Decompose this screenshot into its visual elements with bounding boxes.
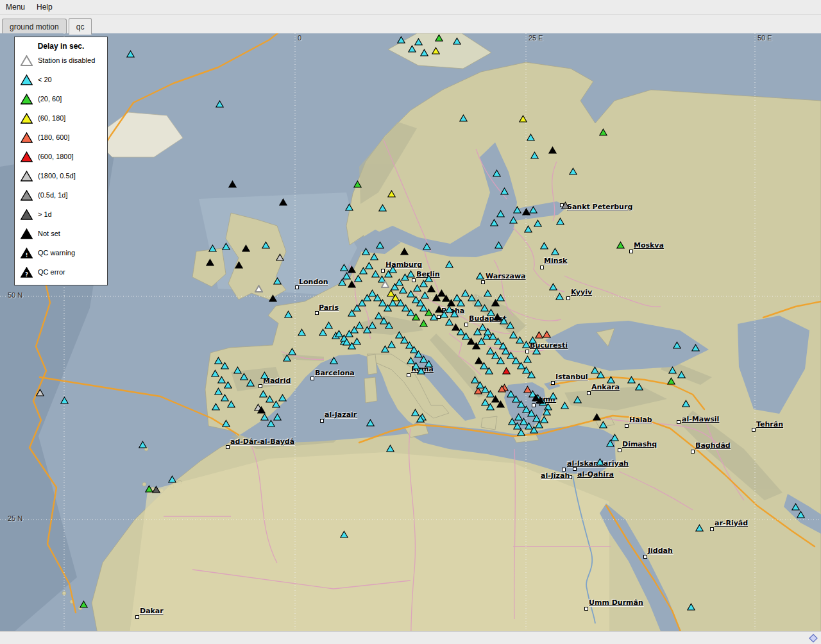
station-marker[interactable] <box>417 366 425 373</box>
station-marker[interactable] <box>273 412 282 419</box>
station-marker[interactable] <box>496 355 505 363</box>
station-marker[interactable] <box>353 336 361 344</box>
station-marker[interactable] <box>389 264 397 272</box>
station-marker[interactable] <box>262 240 270 248</box>
station-marker[interactable] <box>453 36 461 44</box>
station-marker[interactable] <box>527 369 536 377</box>
station-marker[interactable] <box>400 246 409 254</box>
station-marker[interactable] <box>543 329 551 337</box>
station-marker[interactable] <box>139 439 147 447</box>
station-marker[interactable] <box>206 257 214 265</box>
station-marker[interactable] <box>376 240 384 248</box>
station-marker[interactable] <box>370 251 378 259</box>
station-marker[interactable] <box>556 216 564 224</box>
station-marker[interactable] <box>330 355 338 363</box>
station-marker[interactable] <box>486 402 495 409</box>
station-marker[interactable] <box>208 243 217 251</box>
station-marker[interactable] <box>298 327 306 335</box>
station-marker[interactable] <box>500 186 509 194</box>
station-marker[interactable] <box>523 354 532 362</box>
station-marker[interactable] <box>407 269 415 276</box>
station-marker[interactable] <box>420 47 428 55</box>
station-marker[interactable] <box>419 318 428 326</box>
station-marker[interactable] <box>506 320 514 328</box>
station-marker[interactable] <box>561 200 570 208</box>
station-marker[interactable] <box>353 179 362 187</box>
station-marker[interactable] <box>246 378 255 386</box>
station-marker[interactable] <box>338 277 346 285</box>
station-marker[interactable] <box>616 240 625 248</box>
station-marker[interactable] <box>335 328 343 336</box>
station-marker[interactable] <box>509 215 518 223</box>
station-marker[interactable] <box>534 218 542 226</box>
station-marker[interactable] <box>340 529 348 537</box>
station-marker[interactable] <box>502 366 511 373</box>
station-marker[interactable] <box>687 602 695 609</box>
station-marker[interactable] <box>408 44 416 51</box>
station-marker[interactable] <box>508 416 516 424</box>
map-view[interactable]: LondonParisMadridBarcelonaHamburgBerlinP… <box>0 33 821 631</box>
station-marker[interactable] <box>593 412 601 419</box>
tab-qc[interactable]: qc <box>69 18 92 35</box>
station-marker[interactable] <box>493 168 501 176</box>
station-marker[interactable] <box>284 309 292 317</box>
station-marker[interactable] <box>235 260 243 267</box>
station-marker[interactable] <box>524 224 532 232</box>
station-marker[interactable] <box>611 432 619 440</box>
station-marker[interactable] <box>269 293 277 301</box>
station-marker[interactable] <box>459 113 468 121</box>
menu-item-help[interactable]: Help <box>31 1 58 13</box>
station-marker[interactable] <box>60 395 69 403</box>
station-marker[interactable] <box>227 399 235 407</box>
station-marker[interactable] <box>387 189 396 196</box>
station-marker[interactable] <box>257 405 266 412</box>
station-marker[interactable] <box>476 271 484 278</box>
station-marker[interactable] <box>432 46 440 53</box>
station-marker[interactable] <box>445 259 453 267</box>
station-marker[interactable] <box>573 394 582 402</box>
station-marker[interactable] <box>519 114 527 121</box>
station-marker[interactable] <box>381 279 389 287</box>
station-marker[interactable] <box>36 387 44 395</box>
station-marker[interactable] <box>222 241 230 249</box>
station-marker[interactable] <box>260 370 269 378</box>
station-marker[interactable] <box>635 382 643 389</box>
station-marker[interactable] <box>366 418 375 425</box>
station-marker[interactable] <box>276 252 284 260</box>
station-marker[interactable] <box>549 282 557 289</box>
station-marker[interactable] <box>791 502 800 509</box>
station-marker[interactable] <box>677 369 686 377</box>
station-marker[interactable] <box>425 359 433 366</box>
station-marker[interactable] <box>378 203 387 210</box>
station-marker[interactable] <box>416 414 425 421</box>
menu-item-menu[interactable]: Menu <box>0 1 31 13</box>
station-marker[interactable] <box>325 320 333 328</box>
station-marker[interactable] <box>599 419 607 427</box>
station-marker[interactable] <box>387 288 395 296</box>
station-marker[interactable] <box>599 127 607 135</box>
station-marker[interactable] <box>561 400 569 408</box>
station-marker[interactable] <box>348 308 356 316</box>
station-marker[interactable] <box>386 443 394 451</box>
station-marker[interactable] <box>673 340 681 348</box>
station-marker[interactable] <box>490 217 498 225</box>
station-marker[interactable] <box>691 343 700 350</box>
station-marker[interactable] <box>228 179 237 187</box>
station-marker[interactable] <box>224 380 232 387</box>
station-marker[interactable] <box>529 205 537 212</box>
station-marker[interactable] <box>255 284 263 291</box>
station-marker[interactable] <box>484 288 492 296</box>
station-marker[interactable] <box>797 509 805 517</box>
station-marker[interactable] <box>222 418 230 426</box>
station-marker[interactable] <box>397 35 405 42</box>
station-marker[interactable] <box>345 202 353 210</box>
station-marker[interactable] <box>381 344 389 352</box>
station-marker[interactable] <box>496 292 505 300</box>
station-marker[interactable] <box>427 284 436 291</box>
station-marker[interactable] <box>540 241 548 248</box>
station-marker[interactable] <box>216 99 224 106</box>
station-marker[interactable] <box>279 197 287 205</box>
station-marker[interactable] <box>423 241 431 249</box>
station-marker[interactable] <box>695 523 704 530</box>
station-marker[interactable] <box>532 393 540 400</box>
